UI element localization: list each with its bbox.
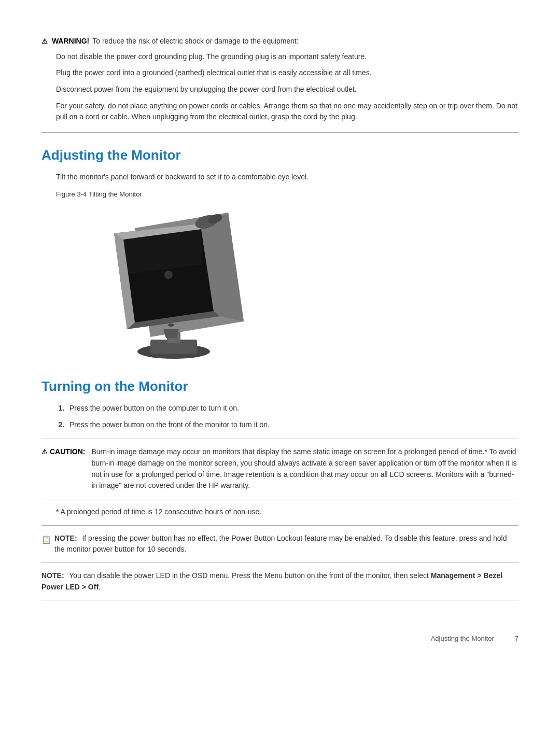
note-1-block: 📋 NOTE: If pressing the power button has… — [41, 525, 519, 555]
note1-text: If pressing the power button has no effe… — [54, 534, 507, 554]
note1-label: NOTE: — [54, 534, 77, 542]
warning-label: ⚠ WARNING! — [41, 36, 89, 47]
caution-label: ⚠ CAUTION: — [41, 446, 85, 458]
top-divider — [41, 21, 519, 21]
step-1: Press the power button on the computer t… — [66, 403, 519, 414]
caution-block: ⚠ CAUTION: Burn-in image damage may occu… — [41, 439, 519, 499]
svg-point-11 — [168, 324, 174, 327]
prolonged-note: * A prolonged period of time is 12 conse… — [56, 507, 519, 518]
footer-page: 7 — [515, 635, 519, 642]
caution-line: ⚠ CAUTION: Burn-in image damage may occu… — [41, 446, 519, 491]
monitor-illustration — [83, 202, 249, 363]
figure-caption-text: Tilting the Monitor — [89, 190, 142, 198]
caution-keyword: CAUTION: — [50, 446, 85, 458]
svg-point-10 — [164, 271, 173, 279]
monitor-figure — [83, 202, 249, 363]
caution-triangle-icon: ⚠ — [41, 447, 48, 457]
warning-para-3: Disconnect power from the equipment by u… — [56, 84, 519, 95]
warning-para-4: For your safety, do not place anything o… — [56, 101, 519, 123]
figure-number: Figure 3-4 — [56, 190, 87, 198]
note2-label: NOTE: — [41, 571, 64, 580]
note1-icon: 📋 — [41, 533, 51, 545]
svg-marker-12 — [163, 329, 179, 338]
note2-text-part2: . — [99, 583, 101, 591]
caution-text: Burn-in image damage may occur on monito… — [91, 446, 519, 491]
section2-title: Turning on the Monitor — [41, 378, 519, 395]
figure-label: Figure 3-4 Tilting the Monitor — [56, 190, 519, 198]
footer: Adjusting the Monitor 7 — [41, 631, 519, 642]
note-2-block: NOTE: You can disable the power LED in t… — [41, 563, 519, 600]
warning-keyword: WARNING! — [52, 37, 89, 45]
note2-text-part1: You can disable the power LED in the OSD… — [69, 571, 431, 580]
warning-triangle-icon: ⚠ — [41, 37, 48, 45]
step-2: Press the power button on the front of t… — [66, 419, 519, 431]
section1-title: Adjusting the Monitor — [41, 147, 519, 163]
warning-para-1: Do not disable the power cord grounding … — [56, 51, 519, 63]
warning-intro-text: To reduce the risk of electric shock or … — [92, 36, 299, 47]
warning-block: ⚠ WARNING! To reduce the risk of electri… — [41, 30, 519, 133]
steps-list: Press the power button on the computer t… — [66, 403, 519, 430]
warning-header: ⚠ WARNING! To reduce the risk of electri… — [41, 36, 519, 47]
warning-para-2: Plug the power cord into a grounded (ear… — [56, 67, 519, 79]
footer-section: Adjusting the Monitor — [431, 635, 494, 642]
section1-body: Tilt the monitor's panel forward or back… — [56, 172, 519, 183]
